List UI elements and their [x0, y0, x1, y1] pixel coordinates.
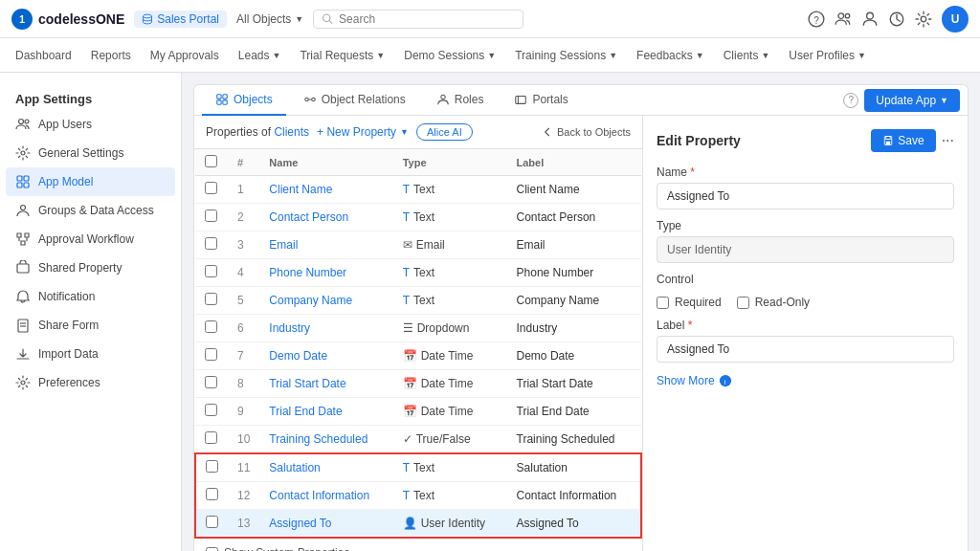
required-asterisk: * — [690, 165, 695, 179]
nav-demo[interactable]: Demo Sessions ▼ — [404, 49, 496, 62]
svg-point-32 — [441, 95, 445, 99]
nav-dashboard[interactable]: Dashboard — [15, 49, 72, 62]
table-row[interactable]: 3 Email ✉ Email Email — [195, 231, 641, 259]
required-control[interactable]: Required — [657, 296, 722, 309]
svg-point-9 — [921, 16, 926, 22]
row-checkbox[interactable] — [205, 265, 217, 277]
settings-icon[interactable] — [915, 11, 932, 28]
sidebar-item-notification[interactable]: Notification — [0, 282, 181, 311]
svg-point-17 — [21, 206, 26, 210]
row-checkbox[interactable] — [205, 293, 217, 305]
more-options-button[interactable]: ··· — [942, 132, 954, 149]
properties-table: # Name Type Label 1 Client Name T Text C… — [194, 149, 642, 539]
sidebar-item-share-form[interactable]: Share Form — [0, 311, 181, 340]
row-checkbox[interactable] — [205, 376, 217, 388]
nav-clients[interactable]: Clients ▼ — [724, 49, 770, 62]
row-checkbox[interactable] — [206, 516, 218, 528]
row-label: Phone Number — [507, 259, 641, 287]
object-link[interactable]: Clients — [274, 125, 309, 139]
portal-icon — [514, 93, 527, 106]
sidebar-item-import-data[interactable]: Import Data — [0, 340, 181, 368]
sidebar-item-app-users[interactable]: App Users — [0, 110, 181, 139]
nav-training[interactable]: Training Sessions ▼ — [515, 49, 617, 62]
row-checkbox[interactable] — [205, 431, 217, 444]
select-all-checkbox[interactable] — [205, 155, 217, 167]
nav-reports[interactable]: Reports — [91, 49, 131, 62]
table-row[interactable]: 12 Contact Information T Text Contact In… — [195, 482, 641, 510]
row-label: Trial Start Date — [507, 370, 641, 398]
readonly-checkbox[interactable] — [737, 297, 749, 309]
save-button[interactable]: Save — [871, 129, 935, 152]
col-name: Name — [259, 149, 392, 176]
sidebar-label: App Users — [38, 118, 92, 131]
nav-approvals[interactable]: My Approvals — [150, 49, 219, 62]
search-input[interactable] — [339, 12, 515, 26]
row-checkbox[interactable] — [206, 460, 218, 473]
readonly-control[interactable]: Read-Only — [737, 296, 810, 309]
row-name: Trial Start Date — [259, 370, 392, 398]
help-circle-icon[interactable]: ? — [843, 93, 858, 108]
sidebar-item-app-model[interactable]: App Model — [6, 167, 175, 196]
show-system-properties[interactable]: Show System Properties — [194, 539, 642, 551]
table-row[interactable]: 5 Company Name T Text Company Name — [195, 287, 641, 315]
tab-object-relations[interactable]: Object Relations — [290, 85, 419, 116]
dropdown-arrow: ▼ — [295, 14, 303, 24]
app-badge[interactable]: Sales Portal — [134, 11, 227, 28]
svg-text:?: ? — [813, 14, 819, 25]
row-checkbox[interactable] — [205, 320, 217, 333]
label-field-input[interactable] — [657, 336, 954, 363]
tab-objects[interactable]: Objects — [202, 85, 286, 116]
sidebar-item-approval-workflow[interactable]: Approval Workflow — [0, 225, 181, 253]
row-checkbox[interactable] — [205, 404, 217, 416]
table-row[interactable]: 1 Client Name T Text Client Name — [195, 176, 641, 204]
table-row[interactable]: 11 Salutation T Text Salutation — [195, 453, 641, 482]
tab-roles[interactable]: Roles — [423, 85, 498, 116]
alice-ai-button[interactable]: Alice AI — [416, 123, 473, 141]
history-icon[interactable] — [888, 11, 905, 28]
table-row[interactable]: 8 Trial Start Date 📅 Date Time Trial Sta… — [195, 370, 641, 398]
tab-actions: ? Update App ▼ — [843, 89, 960, 112]
new-property-button[interactable]: + New Property ▼ — [317, 125, 409, 139]
nav-leads[interactable]: Leads ▼ — [238, 49, 281, 62]
table-row[interactable]: 7 Demo Date 📅 Date Time Demo Date — [195, 342, 641, 370]
table-row[interactable]: 2 Contact Person T Text Contact Person — [195, 204, 641, 231]
table-row[interactable]: 4 Phone Number T Text Phone Number — [195, 259, 641, 287]
sidebar-item-general-settings[interactable]: General Settings — [0, 139, 181, 167]
users-icon[interactable] — [835, 11, 852, 28]
type-field-input[interactable] — [657, 236, 954, 263]
row-num: 1 — [228, 176, 259, 204]
table-row[interactable]: 10 Training Scheduled ✓ True/False Train… — [195, 426, 641, 454]
table-row[interactable]: 9 Trial End Date 📅 Date Time Trial End D… — [195, 398, 641, 426]
back-to-objects-button[interactable]: Back to Objects — [542, 126, 631, 138]
nav-trial[interactable]: Trial Requests ▼ — [300, 49, 385, 62]
account-icon[interactable] — [861, 11, 879, 28]
nav-user-profiles[interactable]: User Profiles ▼ — [789, 49, 866, 62]
nav-feedbacks[interactable]: Feedbacks ▼ — [636, 49, 704, 62]
help-icon[interactable]: ? — [808, 11, 825, 28]
control-label: Control — [657, 273, 954, 286]
search-box[interactable] — [313, 10, 523, 29]
sidebar-item-shared-property[interactable]: Shared Property — [0, 253, 181, 282]
table-row[interactable]: 13 Assigned To 👤 User Identity Assigned … — [195, 510, 641, 539]
row-checkbox[interactable] — [205, 237, 217, 250]
tab-bar: Objects Object Relations Roles Portals ?… — [193, 84, 969, 115]
row-checkbox[interactable] — [205, 348, 217, 361]
required-checkbox[interactable] — [657, 297, 669, 309]
leads-arrow: ▼ — [272, 51, 280, 60]
show-more-link[interactable]: Show More i — [657, 374, 954, 387]
row-checkbox[interactable] — [205, 182, 217, 194]
update-app-button[interactable]: Update App ▼ — [864, 89, 960, 112]
show-sys-checkbox[interactable] — [206, 547, 218, 552]
tab-portals[interactable]: Portals — [501, 85, 581, 116]
avatar[interactable]: U — [942, 6, 969, 33]
sidebar-item-preferences[interactable]: Preferences — [0, 368, 181, 397]
table-row[interactable]: 6 Industry ☰ Dropdown Industry — [195, 315, 641, 342]
tab-label: Objects — [234, 93, 273, 106]
row-checkbox[interactable] — [206, 488, 218, 500]
row-name: Phone Number — [259, 259, 392, 287]
row-checkbox[interactable] — [205, 209, 217, 222]
row-type: T Text — [393, 176, 507, 204]
sidebar-item-groups[interactable]: Groups & Data Access — [0, 196, 181, 225]
name-field-input[interactable] — [657, 183, 954, 209]
all-objects-dropdown[interactable]: All Objects ▼ — [236, 12, 303, 26]
